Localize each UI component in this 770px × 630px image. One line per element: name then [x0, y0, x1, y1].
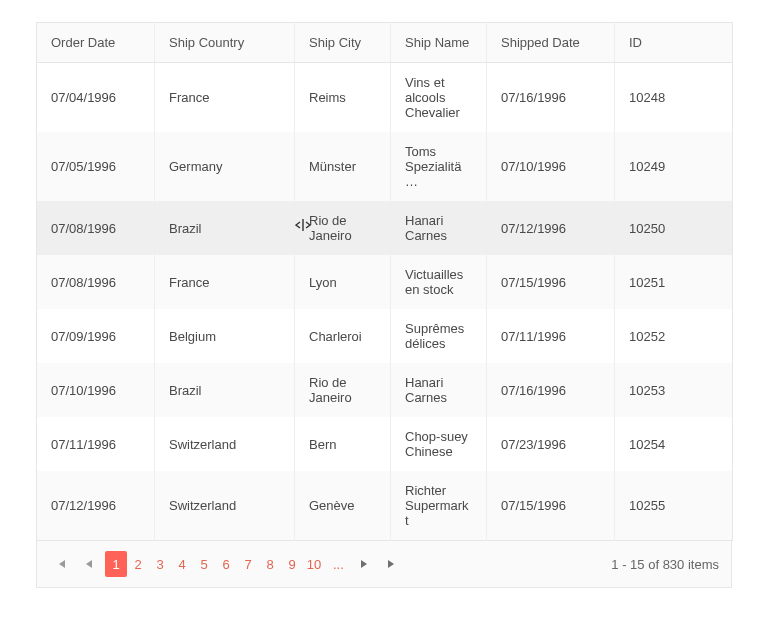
cell-shipCity: Lyon: [295, 255, 391, 309]
cell-shippedDate: 07/15/1996: [487, 255, 615, 309]
pager-next-icon[interactable]: [352, 551, 376, 577]
cell-orderDate: 07/05/1996: [37, 132, 155, 201]
cell-orderDate: 07/11/1996: [37, 417, 155, 471]
column-header-shipCity[interactable]: Ship City: [295, 23, 391, 63]
cell-orderDate: 07/10/1996: [37, 363, 155, 417]
cell-id: 10255: [615, 471, 733, 541]
cell-shippedDate: 07/11/1996: [487, 309, 615, 363]
cell-orderDate: 07/12/1996: [37, 471, 155, 541]
cell-id: 10253: [615, 363, 733, 417]
cell-shipName: Vins et alcools Chevalier: [391, 63, 487, 133]
cell-id: 10248: [615, 63, 733, 133]
cell-shippedDate: 07/12/1996: [487, 201, 615, 255]
cell-orderDate: 07/08/1996: [37, 255, 155, 309]
cell-shipCity: Rio de Janeiro: [295, 363, 391, 417]
cell-id: 10254: [615, 417, 733, 471]
pager-info: 1 - 15 of 830 items: [611, 557, 719, 572]
table-row[interactable]: 07/10/1996BrazilRio de JaneiroHanari Car…: [37, 363, 733, 417]
cell-shipCountry: Germany: [155, 132, 295, 201]
cell-shippedDate: 07/16/1996: [487, 363, 615, 417]
cell-shipName: Chop-suey Chinese: [391, 417, 487, 471]
table-row[interactable]: 07/09/1996BelgiumCharleroiSuprêmes délic…: [37, 309, 733, 363]
cell-shipCity: Charleroi: [295, 309, 391, 363]
cell-shipName: Richter Supermarkt: [391, 471, 487, 541]
pager-page-2[interactable]: 2: [127, 551, 149, 577]
table-row[interactable]: 07/08/1996FranceLyonVictuailles en stock…: [37, 255, 733, 309]
pager-ellipsis[interactable]: ...: [329, 557, 348, 572]
column-header-shipName[interactable]: Ship Name: [391, 23, 487, 63]
pager-left: 12345678910 ...: [49, 551, 404, 577]
cell-shipCountry: France: [155, 255, 295, 309]
cell-shipCountry: Switzerland: [155, 471, 295, 541]
cell-shipCity: Münster: [295, 132, 391, 201]
cell-shippedDate: 07/10/1996: [487, 132, 615, 201]
cell-shippedDate: 07/23/1996: [487, 417, 615, 471]
cell-id: 10249: [615, 132, 733, 201]
cell-orderDate: 07/08/1996: [37, 201, 155, 255]
cell-shipCountry: Brazil: [155, 363, 295, 417]
column-header-orderDate[interactable]: Order Date: [37, 23, 155, 63]
pager-page-10[interactable]: 10: [303, 551, 325, 577]
cell-shipCity: Reims: [295, 63, 391, 133]
cell-orderDate: 07/09/1996: [37, 309, 155, 363]
header-row: Order DateShip CountryShip CityShip Name…: [37, 23, 733, 63]
cell-shipCountry: Belgium: [155, 309, 295, 363]
cell-shipName: Suprêmes délices: [391, 309, 487, 363]
pager-page-3[interactable]: 3: [149, 551, 171, 577]
pager-first-icon[interactable]: [49, 551, 73, 577]
cell-shipName: Toms Spezialitä…: [391, 132, 487, 201]
cell-shipCity: Rio de Janeiro: [295, 201, 391, 255]
cell-shipCountry: France: [155, 63, 295, 133]
pager-page-8[interactable]: 8: [259, 551, 281, 577]
table-row[interactable]: 07/11/1996SwitzerlandBernChop-suey Chine…: [37, 417, 733, 471]
cell-orderDate: 07/04/1996: [37, 63, 155, 133]
pager-prev-icon[interactable]: [77, 551, 101, 577]
cell-id: 10251: [615, 255, 733, 309]
cell-shipCity: Genève: [295, 471, 391, 541]
column-header-shipCountry[interactable]: Ship Country: [155, 23, 295, 63]
cell-shipCountry: Brazil: [155, 201, 295, 255]
cell-id: 10252: [615, 309, 733, 363]
cell-shippedDate: 07/16/1996: [487, 63, 615, 133]
cell-id: 10250: [615, 201, 733, 255]
cell-shipName: Victuailles en stock: [391, 255, 487, 309]
cell-shippedDate: 07/15/1996: [487, 471, 615, 541]
pager-page-1[interactable]: 1: [105, 551, 127, 577]
pager-page-7[interactable]: 7: [237, 551, 259, 577]
data-grid: Order DateShip CountryShip CityShip Name…: [36, 22, 733, 541]
table-row[interactable]: 07/04/1996FranceReimsVins et alcools Che…: [37, 63, 733, 133]
pager-page-4[interactable]: 4: [171, 551, 193, 577]
pager: 12345678910 ... 1 - 15 of 830 items: [36, 541, 732, 588]
cell-shipName: Hanari Carnes: [391, 201, 487, 255]
table-row[interactable]: 07/08/1996BrazilRio de JaneiroHanari Car…: [37, 201, 733, 255]
cell-shipCountry: Switzerland: [155, 417, 295, 471]
pager-page-6[interactable]: 6: [215, 551, 237, 577]
pager-last-icon[interactable]: [380, 551, 404, 577]
column-header-shippedDate[interactable]: Shipped Date: [487, 23, 615, 63]
pager-page-5[interactable]: 5: [193, 551, 215, 577]
column-header-id[interactable]: ID: [615, 23, 733, 63]
cell-shipName: Hanari Carnes: [391, 363, 487, 417]
table-row[interactable]: 07/05/1996GermanyMünsterToms Spezialitä……: [37, 132, 733, 201]
pager-page-9[interactable]: 9: [281, 551, 303, 577]
cell-shipCity: Bern: [295, 417, 391, 471]
table-row[interactable]: 07/12/1996SwitzerlandGenèveRichter Super…: [37, 471, 733, 541]
